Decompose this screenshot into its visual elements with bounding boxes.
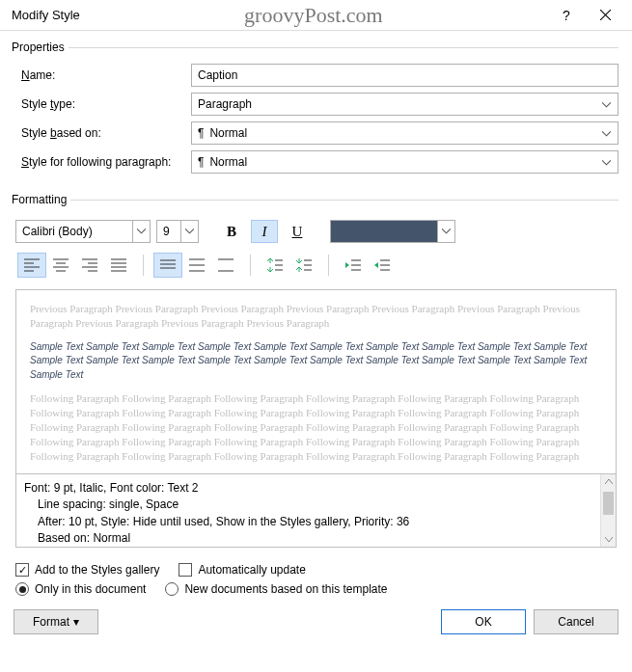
align-left-button[interactable] [17,253,46,278]
space-before-dec-icon [296,258,312,272]
increase-indent-icon [374,258,390,272]
styletype-dropdown[interactable]: Paragraph [191,93,618,116]
preview-following: Following Paragraph Following Paragraph … [30,391,602,463]
help-button[interactable]: ? [547,1,586,30]
decrease-indent-icon [345,258,361,272]
formatting-legend: Formatting [12,193,70,206]
scroll-down-icon[interactable] [601,531,616,547]
underline-button[interactable]: U [284,220,311,243]
spacing-15-button[interactable] [182,253,211,278]
basedon-label: Style based on: [14,126,191,140]
radio-checked-icon [15,582,29,596]
increase-indent-button[interactable] [368,253,397,278]
only-this-doc-radio[interactable]: Only in this document [15,582,146,596]
checkbox-checked-icon [15,563,29,577]
chevron-down-icon [598,97,614,111]
close-button[interactable] [586,1,624,30]
fontcolor-dropdown[interactable] [330,220,455,243]
spacing-double-button[interactable] [211,253,240,278]
pilcrow-icon: ¶ [198,155,204,169]
watermark: groovyPost.com [80,3,547,28]
align-justify-icon [111,258,126,272]
spacing-single-icon [160,258,176,272]
radio-icon [165,582,179,596]
space-before-decrease-button[interactable] [289,253,318,278]
spacing-single-button[interactable] [153,253,182,278]
properties-group: Properties Name: Style type: Paragraph S… [14,40,618,185]
color-swatch [331,221,437,242]
dialog-title: Modify Style [12,8,80,22]
name-label: Name: [14,68,191,82]
scrollbar[interactable] [600,474,616,547]
basedon-dropdown[interactable]: ¶ Normal [191,121,618,145]
scroll-up-icon[interactable] [601,474,616,490]
checkbox-icon [179,563,192,577]
space-before-increase-button[interactable] [261,253,289,278]
align-justify-button[interactable] [104,253,133,278]
preview-previous: Previous Paragraph Previous Paragraph Pr… [30,302,602,331]
preview-sample: Sample Text Sample Text Sample Text Samp… [30,340,602,383]
format-button[interactable]: Format ▾ [14,609,98,634]
bold-button[interactable]: B [218,220,245,243]
scroll-thumb[interactable] [603,492,614,515]
formatting-group: Formatting Calibri (Body) 9 B I U [14,193,618,553]
auto-update-checkbox[interactable]: Automatically update [179,563,305,577]
add-to-gallery-checkbox[interactable]: Add to the Styles gallery [15,563,159,577]
align-right-icon [82,258,97,272]
align-center-button[interactable] [46,253,75,278]
fontsize-dropdown[interactable]: 9 [156,220,199,243]
title-bar: Modify Style groovyPost.com ? [0,0,632,31]
following-label: Style for following paragraph: [14,155,191,169]
style-description: Font: 9 pt, Italic, Font color: Text 2 L… [15,474,617,548]
new-docs-radio[interactable]: New documents based on this template [165,582,387,596]
space-before-icon [267,258,283,272]
chevron-down-icon [180,221,198,242]
triangle-down-icon: ▾ [73,615,79,629]
following-dropdown[interactable]: ¶ Normal [191,150,618,174]
spacing-15-icon [189,258,205,272]
chevron-down-icon [598,155,614,169]
close-icon [600,10,611,20]
chevron-down-icon [437,221,454,242]
decrease-indent-button[interactable] [339,253,368,278]
spacing-double-icon [218,258,234,272]
align-center-icon [53,258,69,272]
chevron-down-icon [598,126,614,140]
preview-pane: Previous Paragraph Previous Paragraph Pr… [15,289,617,474]
italic-button[interactable]: I [251,220,278,243]
cancel-button[interactable]: Cancel [534,609,618,634]
properties-legend: Properties [12,40,69,54]
ok-button[interactable]: OK [441,609,526,634]
chevron-down-icon [132,221,150,242]
name-input[interactable] [191,64,618,87]
align-right-button[interactable] [75,253,104,278]
pilcrow-icon: ¶ [198,126,204,140]
styletype-label: Style type: [14,97,191,111]
font-dropdown[interactable]: Calibri (Body) [15,220,151,243]
align-left-icon [24,258,40,272]
